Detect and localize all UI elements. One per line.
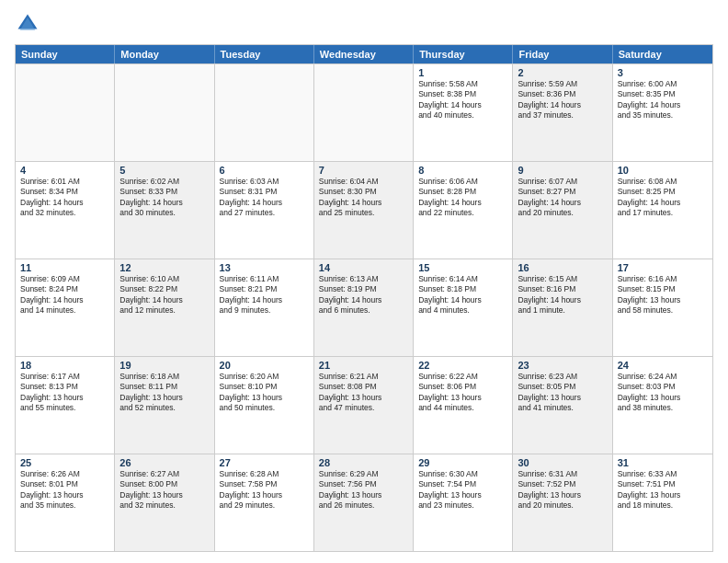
cell-info-line: Sunset: 8:01 PM [20,479,109,489]
cell-info-line: and 37 minutes. [518,110,607,121]
cell-info-line: and 9 minutes. [220,305,309,316]
cell-info-line: Daylight: 14 hours [119,295,209,305]
cell-info-line: Daylight: 13 hours [518,393,607,403]
cell-info-line: Daylight: 13 hours [20,490,109,500]
cell-info-line: and 35 minutes. [20,500,109,511]
day-number: 12 [119,262,209,273]
cal-cell: 2Sunrise: 5:59 AMSunset: 8:36 PMDaylight… [513,64,612,161]
cal-cell: 7Sunrise: 6:04 AMSunset: 8:30 PMDaylight… [314,162,414,259]
calendar-header: SundayMondayTuesdayWednesdayThursdayFrid… [16,45,712,63]
cell-info-line: Sunset: 8:28 PM [418,187,507,197]
cal-cell: 10Sunrise: 6:08 AMSunset: 8:25 PMDayligh… [613,162,712,259]
cell-info-line: and 20 minutes. [518,208,607,218]
cal-cell: 20Sunrise: 6:20 AMSunset: 8:10 PMDayligh… [215,357,314,454]
cell-info-line: and 25 minutes. [319,208,408,218]
header [15,11,713,37]
cell-info-line: Sunset: 8:35 PM [618,89,708,99]
logo-icon [15,11,40,37]
cell-info-line: Sunrise: 6:14 AM [418,274,507,284]
cell-info-line: Sunset: 7:52 PM [518,479,607,489]
cell-info-line: Sunrise: 5:59 AM [518,79,607,89]
day-number: 6 [220,165,309,176]
cell-info-line: and 44 minutes. [418,403,507,413]
day-number: 13 [220,262,309,273]
cell-info-line: Sunset: 8:16 PM [518,284,607,294]
cal-cell: 11Sunrise: 6:09 AMSunset: 8:24 PMDayligh… [16,259,115,356]
cell-info-line: and 41 minutes. [518,403,607,413]
cell-info-line: Sunrise: 6:33 AM [618,469,708,479]
cell-info-line: and 50 minutes. [220,403,309,413]
cal-cell: 18Sunrise: 6:17 AMSunset: 8:13 PMDayligh… [16,357,115,454]
calendar-body: 1Sunrise: 5:58 AMSunset: 8:38 PMDaylight… [16,63,712,551]
cell-info-line: Daylight: 13 hours [319,490,408,500]
cell-info-line: Daylight: 14 hours [20,295,109,305]
cell-info-line: Sunrise: 6:28 AM [220,469,309,479]
day-number: 2 [518,67,607,78]
cell-info-line: Sunset: 8:10 PM [220,382,309,392]
cell-info-line: and 47 minutes. [319,403,408,413]
cell-info-line: Daylight: 14 hours [518,100,607,110]
cell-info-line: Sunset: 8:22 PM [119,284,209,294]
cell-info-line: Daylight: 13 hours [418,490,507,500]
cal-cell: 9Sunrise: 6:07 AMSunset: 8:27 PMDaylight… [513,162,612,259]
cell-info-line: Sunset: 8:15 PM [618,284,708,294]
day-number: 1 [418,67,507,78]
cell-info-line: and 23 minutes. [418,500,507,511]
cell-info-line: Daylight: 14 hours [220,198,309,208]
cell-info-line: Daylight: 13 hours [418,393,507,403]
cell-info-line: Sunrise: 6:04 AM [319,177,408,187]
cal-cell [314,64,414,161]
cell-info-line: Sunset: 8:19 PM [319,284,408,294]
cell-info-line: and 52 minutes. [119,403,209,413]
day-number: 4 [20,165,109,176]
cal-cell: 21Sunrise: 6:21 AMSunset: 8:08 PMDayligh… [314,357,414,454]
cell-info-line: Daylight: 13 hours [119,393,209,403]
cell-info-line: Daylight: 14 hours [418,100,507,110]
logo [15,11,44,37]
cal-cell: 15Sunrise: 6:14 AMSunset: 8:18 PMDayligh… [414,259,513,356]
cal-cell: 27Sunrise: 6:28 AMSunset: 7:58 PMDayligh… [215,454,314,551]
cell-info-line: Sunrise: 6:01 AM [20,177,109,187]
cell-info-line: and 1 minute. [518,305,607,316]
cell-info-line: Daylight: 14 hours [20,198,109,208]
cell-info-line: Sunrise: 6:11 AM [220,274,309,284]
cell-info-line: Sunset: 8:24 PM [20,284,109,294]
cell-info-line: and 4 minutes. [418,305,507,316]
cell-info-line: Daylight: 13 hours [20,393,109,403]
cell-info-line: and 35 minutes. [618,110,708,121]
cell-info-line: Daylight: 13 hours [220,393,309,403]
cell-info-line: and 26 minutes. [319,500,408,511]
day-number: 25 [20,457,109,468]
cal-cell [215,64,314,161]
cal-cell: 8Sunrise: 6:06 AMSunset: 8:28 PMDaylight… [414,162,513,259]
cal-row: 11Sunrise: 6:09 AMSunset: 8:24 PMDayligh… [16,259,712,356]
cal-cell: 6Sunrise: 6:03 AMSunset: 8:31 PMDaylight… [215,162,314,259]
cell-info-line: Sunset: 7:51 PM [618,479,708,489]
cal-cell: 26Sunrise: 6:27 AMSunset: 8:00 PMDayligh… [115,454,214,551]
cell-info-line: and 32 minutes. [20,208,109,218]
cell-info-line: Daylight: 13 hours [618,295,708,305]
cell-info-line: Sunset: 8:00 PM [119,479,209,489]
cell-info-line: and 30 minutes. [119,208,209,218]
cell-info-line: and 12 minutes. [119,305,209,316]
cal-cell: 14Sunrise: 6:13 AMSunset: 8:19 PMDayligh… [314,259,414,356]
day-number: 29 [418,457,507,468]
page: SundayMondayTuesdayWednesdayThursdayFrid… [0,0,728,563]
cal-header-cell: Monday [115,45,214,63]
cell-info-line: Sunset: 8:05 PM [518,382,607,392]
cell-info-line: Sunrise: 6:17 AM [20,372,109,382]
cell-info-line: and 55 minutes. [20,403,109,413]
cal-cell: 3Sunrise: 6:00 AMSunset: 8:35 PMDaylight… [613,64,712,161]
day-number: 17 [618,262,708,273]
cell-info-line: Sunrise: 6:15 AM [518,274,607,284]
cell-info-line: Sunrise: 6:00 AM [618,79,708,89]
cell-info-line: Sunset: 7:54 PM [418,479,507,489]
cal-header-cell: Thursday [414,45,513,63]
cal-header-cell: Tuesday [215,45,314,63]
cell-info-line: Daylight: 14 hours [418,295,507,305]
cell-info-line: Sunrise: 6:20 AM [220,372,309,382]
cell-info-line: Sunrise: 6:31 AM [518,469,607,479]
day-number: 31 [618,457,708,468]
day-number: 16 [518,262,607,273]
cell-info-line: Sunset: 7:58 PM [220,479,309,489]
